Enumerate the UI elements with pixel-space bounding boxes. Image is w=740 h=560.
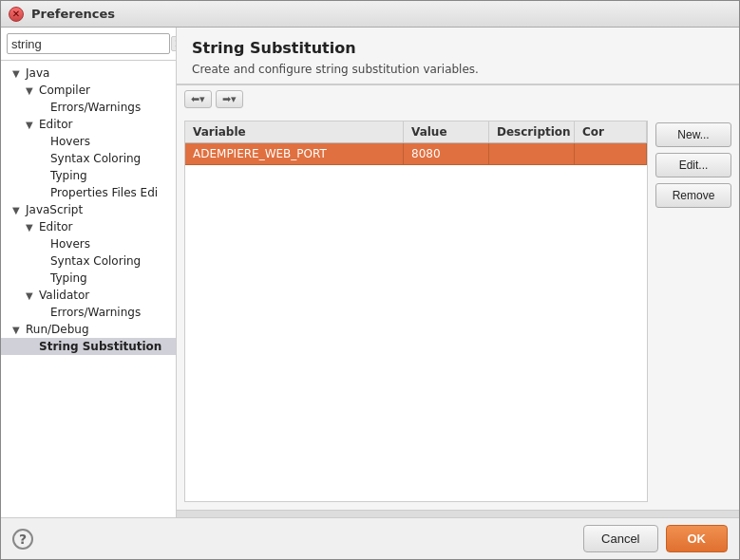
tree-arrow-icon: ▼ [12,205,26,215]
sidebar-item-syntax-coloring-js[interactable]: Syntax Coloring [1,252,176,270]
left-panel: ✕ ▼Java▼CompilerErrors/Warnings▼EditorHo… [1,28,177,517]
sidebar-item-javascript[interactable]: ▼JavaScript [1,201,176,218]
remove-button[interactable]: Remove [655,183,731,208]
sidebar-item-label: Editor [39,220,73,233]
sidebar-item-label: Hovers [50,135,90,148]
sidebar-item-typing-js[interactable]: Typing [1,270,176,287]
table-cell [489,143,575,165]
sidebar-item-label: Syntax Coloring [50,254,141,268]
tree: ▼Java▼CompilerErrors/Warnings▼EditorHove… [1,61,176,517]
sidebar-item-label: Syntax Coloring [50,152,141,165]
tree-arrow-icon: ▼ [26,85,39,96]
right-header: String Substitution Create and configure… [177,28,739,84]
col-value: Value [404,121,489,142]
sidebar-item-run-debug[interactable]: ▼Run/Debug [1,321,176,338]
sidebar-item-label: JavaScript [26,203,83,216]
table-cell: 8080 [404,143,489,165]
sidebar-item-errors-warnings[interactable]: Errors/Warnings [1,99,176,116]
sidebar-item-label: Run/Debug [26,323,89,336]
sidebar-item-label: Errors/Warnings [50,306,141,319]
side-buttons: New... Edit... Remove [655,121,731,502]
search-input[interactable] [11,37,171,51]
help-button[interactable]: ? [12,529,33,550]
table-cell [575,143,647,165]
forward-button[interactable]: ➡▾ [216,90,243,108]
close-button[interactable]: ✕ [9,7,24,22]
search-input-wrapper[interactable]: ✕ [7,33,170,54]
back-button[interactable]: ⬅▾ [184,90,212,108]
col-cor: Cor [575,121,647,142]
cancel-button[interactable]: Cancel [583,525,657,552]
sidebar-item-hovers-js[interactable]: Hovers [1,235,176,252]
sidebar-item-hovers-java[interactable]: Hovers [1,133,176,150]
sidebar-item-label: Editor [39,118,73,131]
sidebar-item-properties-files[interactable]: Properties Files Edi [1,184,176,201]
page-description: Create and configure string substitution… [192,63,724,76]
right-body: Variable Value Description Cor ADEMPIERE… [177,113,739,510]
sidebar-item-validator[interactable]: ▼Validator [1,287,176,304]
sidebar-item-string-substitution[interactable]: String Substitution [1,338,176,355]
sidebar-item-compiler[interactable]: ▼Compiler [1,82,176,99]
preferences-dialog: ✕ Preferences ✕ ▼Java▼CompilerErrors/War… [0,0,740,560]
tree-arrow-icon: ▼ [26,290,39,301]
ok-button[interactable]: OK [666,525,729,552]
table-cell: ADEMPIERE_WEB_PORT [185,143,404,165]
search-bar: ✕ [1,28,176,61]
table-row[interactable]: ADEMPIERE_WEB_PORT8080 [185,143,647,165]
sidebar-item-editor-java[interactable]: ▼Editor [1,116,176,133]
sidebar-item-label: Compiler [39,84,90,97]
variables-table: Variable Value Description Cor ADEMPIERE… [184,121,648,502]
sidebar-item-label: Hovers [50,237,90,251]
titlebar: ✕ Preferences [1,1,739,28]
right-panel: String Substitution Create and configure… [177,28,739,517]
edit-button[interactable]: Edit... [655,153,731,177]
sidebar-item-typing-java[interactable]: Typing [1,167,176,184]
tree-arrow-icon: ▼ [26,222,39,233]
titlebar-buttons: ✕ [9,7,24,22]
table-header: Variable Value Description Cor [185,121,647,143]
sidebar-item-java[interactable]: ▼Java [1,65,176,82]
page-title: String Substitution [192,39,724,57]
sidebar-item-errors-warnings-js[interactable]: Errors/Warnings [1,304,176,321]
sidebar-item-label: String Substitution [39,340,161,353]
horizontal-scrollbar[interactable] [177,510,739,517]
sidebar-item-label: Errors/Warnings [50,101,141,114]
col-description: Description [489,121,575,142]
tree-arrow-icon: ▼ [26,120,39,130]
sidebar-item-editor-js[interactable]: ▼Editor [1,218,176,235]
sidebar-item-label: Java [26,66,49,80]
sidebar-item-label: Typing [50,169,87,182]
dialog-title: Preferences [31,7,115,21]
footer: ? Cancel OK [1,517,739,559]
sidebar-item-label: Validator [39,289,89,302]
new-button[interactable]: New... [655,122,731,147]
tree-arrow-icon: ▼ [12,325,26,335]
footer-right: Cancel OK [583,525,728,552]
sidebar-item-label: Typing [50,271,87,285]
main-content: ✕ ▼Java▼CompilerErrors/Warnings▼EditorHo… [1,28,739,517]
col-variable: Variable [185,121,404,142]
tree-arrow-icon: ▼ [12,68,26,79]
sidebar-item-syntax-coloring-java[interactable]: Syntax Coloring [1,150,176,167]
footer-left: ? [12,529,33,550]
table-body: ADEMPIERE_WEB_PORT8080 [185,143,647,501]
sidebar-item-label: Properties Files Edi [50,186,158,199]
nav-area: ⬅▾ ➡▾ [177,84,739,113]
